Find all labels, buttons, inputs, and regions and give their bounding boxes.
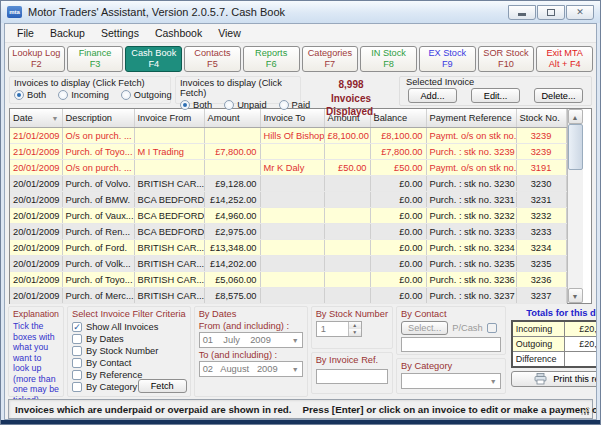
check-show-all-invoices[interactable]: ✓Show All Invoices bbox=[72, 321, 186, 332]
stepper-down-icon[interactable]: ▼ bbox=[349, 329, 361, 336]
scroll-down-button[interactable]: ▼ bbox=[568, 288, 583, 303]
toolbar-button-contacts[interactable]: ContactsF5 bbox=[184, 46, 241, 72]
column-header-stock-no-8[interactable]: Stock No. bbox=[516, 109, 566, 128]
table-row[interactable]: 21/01/2009Purch. of Toyo...M I Trading£7… bbox=[10, 144, 566, 160]
check-by-contact[interactable]: By Contact bbox=[72, 357, 186, 368]
toolbar-button-key: F5 bbox=[207, 59, 218, 70]
stock-number-stepper[interactable]: 1 ▲ ▼ bbox=[316, 321, 362, 337]
scroll-thumb[interactable] bbox=[568, 124, 583, 170]
edit-button[interactable]: Edit... bbox=[471, 88, 520, 103]
radio-label: Unpaid bbox=[237, 100, 266, 110]
cell-balance: £0.00 bbox=[370, 272, 426, 288]
cell-amount_from: £14,202.00 bbox=[204, 256, 260, 272]
cell-amount_from: £2,975.00 bbox=[204, 224, 260, 240]
totals-value: £20,057,007.85 bbox=[565, 322, 597, 337]
toolbar-button-label: Reports bbox=[255, 48, 287, 59]
cell-invoice_to bbox=[260, 144, 324, 160]
minimize-button[interactable] bbox=[508, 5, 536, 20]
column-header-payment-reference-7[interactable]: Payment Reference bbox=[426, 109, 516, 128]
check-by-dates[interactable]: By Dates bbox=[72, 333, 186, 344]
add-button[interactable]: Add... bbox=[408, 88, 457, 103]
category-dropdown[interactable]: ▼ bbox=[401, 373, 501, 389]
toolbar-button-finance[interactable]: FinanceF3 bbox=[67, 46, 124, 72]
toolbar-button-key: F4 bbox=[148, 59, 159, 70]
cell-invoice_from: BCA BEDFORD bbox=[134, 224, 204, 240]
resize-grip[interactable] bbox=[580, 406, 589, 415]
menu-view[interactable]: View bbox=[210, 26, 249, 40]
toolbar-button-sor-stock[interactable]: SOR StockF10 bbox=[478, 46, 535, 72]
delete-button[interactable]: Delete... bbox=[534, 88, 583, 103]
date-to-value: 02 August 2009 bbox=[203, 364, 278, 374]
contact-input[interactable] bbox=[401, 337, 501, 352]
cell-stock_no: 3191 bbox=[516, 160, 566, 176]
radio-outgoing[interactable]: Outgoing bbox=[121, 90, 172, 100]
pcash-checkbox[interactable] bbox=[487, 323, 497, 333]
toolbar-button-ex-stock[interactable]: EX StockF9 bbox=[419, 46, 476, 72]
radio-unpaid[interactable]: Unpaid bbox=[224, 100, 266, 110]
toolbar-button-cash-book[interactable]: Cash BookF4 bbox=[125, 46, 182, 72]
table-row[interactable]: 20/01/2009Purch. of Volvo.BRITISH CAR...… bbox=[10, 176, 566, 192]
contact-category-column: By Contact Select... P/Cash By Category … bbox=[396, 306, 506, 397]
cell-date: 20/01/2009 bbox=[10, 288, 62, 304]
close-button[interactable]: ✕ bbox=[566, 5, 594, 20]
date-to-dropdown[interactable]: 02 August 2009 ▼ bbox=[199, 361, 303, 377]
column-header-date-0[interactable]: Date▼ bbox=[10, 109, 62, 128]
table-row[interactable]: 20/01/2009O/s on purch. ...Mr K Daly£50.… bbox=[10, 160, 566, 176]
checkbox-label: By Reference bbox=[86, 370, 142, 380]
toolbar-button-key: F8 bbox=[383, 59, 394, 70]
table-row[interactable]: 20/01/2009Purch. of Ren...BCA BEDFORD£2,… bbox=[10, 224, 566, 240]
cell-stock_no: 3239 bbox=[516, 128, 566, 144]
menu-backup[interactable]: Backup bbox=[42, 26, 93, 40]
scroll-up-button[interactable]: ▲ bbox=[568, 109, 583, 124]
menu-cashbook[interactable]: Cashbook bbox=[147, 26, 210, 40]
chevron-down-icon: ▼ bbox=[292, 337, 299, 344]
toolbar-button-lookup-log[interactable]: Lookup LogF2 bbox=[8, 46, 65, 72]
date-from-dropdown[interactable]: 01 July 2009 ▼ bbox=[199, 332, 303, 348]
menu-settings[interactable]: Settings bbox=[93, 26, 147, 40]
checkbox-icon bbox=[72, 334, 82, 344]
vertical-scrollbar[interactable]: ▲ ▼ bbox=[567, 109, 583, 303]
table-row[interactable]: 21/01/2009O/s on purch. ...Hills Of Bish… bbox=[10, 128, 566, 144]
invoice-ref-input[interactable] bbox=[316, 369, 388, 384]
check-by-stock-number[interactable]: By Stock Number bbox=[72, 345, 186, 356]
toolbar-button-exit-mta[interactable]: Exit MTAAlt + F4 bbox=[536, 46, 593, 72]
cell-payment_reference: Purch. : stk no. 3231 bbox=[426, 192, 516, 208]
totals-row-difference: Difference£46,530.34 bbox=[513, 352, 597, 366]
toolbar-button-in-stock[interactable]: IN StockF8 bbox=[360, 46, 417, 72]
cell-invoice_to bbox=[260, 224, 324, 240]
menu-file[interactable]: File bbox=[9, 26, 42, 40]
column-header-label: Amount bbox=[208, 113, 240, 123]
by-stock-number-panel: By Stock Number 1 ▲ ▼ bbox=[311, 306, 393, 349]
toolbar-button-key: F3 bbox=[90, 59, 101, 70]
column-header-description-1[interactable]: Description bbox=[62, 109, 134, 128]
toolbar-button-reports[interactable]: ReportsF6 bbox=[243, 46, 300, 72]
chevron-down-icon: ▼ bbox=[292, 366, 299, 373]
column-header-invoice-from-2[interactable]: Invoice From bbox=[134, 109, 204, 128]
cell-invoice_to bbox=[260, 208, 324, 224]
invoices-paid-filter-group: Invoices to display (Click Fetch)BothUnp… bbox=[175, 76, 301, 104]
stepper-buttons: ▲ ▼ bbox=[348, 322, 361, 336]
table-row[interactable]: 20/01/2009Purch. of Ford.BRITISH CAR...£… bbox=[10, 240, 566, 256]
radio-incoming[interactable]: Incoming bbox=[58, 90, 109, 100]
radio-both[interactable]: Both bbox=[180, 100, 212, 110]
table-row[interactable]: 20/01/2009Purch. of Vaux...BCA BEDFORD£4… bbox=[10, 208, 566, 224]
checkbox-icon bbox=[72, 358, 82, 368]
table-header-row: Date▼DescriptionInvoice FromAmountInvoic… bbox=[10, 109, 566, 128]
toolbar-button-categories[interactable]: CategoriesF7 bbox=[302, 46, 359, 72]
table-row[interactable]: 20/01/2009Purch. of BMW.BCA BEDFORD£14,2… bbox=[10, 192, 566, 208]
by-stock-number-title: By Stock Number bbox=[316, 309, 388, 319]
table-row[interactable]: 20/01/2009Purch. of Merc...BRITISH CAR..… bbox=[10, 288, 566, 304]
title-bar[interactable]: mta Motor Traders' Assistant, Version 2.… bbox=[1, 1, 600, 23]
fetch-button[interactable]: Fetch bbox=[138, 379, 187, 393]
maximize-button[interactable] bbox=[537, 5, 565, 20]
contact-select-button[interactable]: Select... bbox=[401, 321, 448, 335]
radio-both[interactable]: Both bbox=[14, 90, 46, 100]
table-row[interactable]: 20/01/2009Purch. of Toyo...BRITISH CAR..… bbox=[10, 272, 566, 288]
radio-label: Incoming bbox=[71, 90, 109, 100]
table-row[interactable]: 20/01/2009Purch. of Volk...BRITISH CAR..… bbox=[10, 256, 566, 272]
column-header-amount-3[interactable]: Amount bbox=[204, 109, 260, 128]
stepper-up-icon[interactable]: ▲ bbox=[349, 322, 361, 329]
cell-date: 20/01/2009 bbox=[10, 160, 62, 176]
print-report-button[interactable]: Print this report... bbox=[511, 371, 597, 387]
cell-amount_to bbox=[324, 176, 370, 192]
